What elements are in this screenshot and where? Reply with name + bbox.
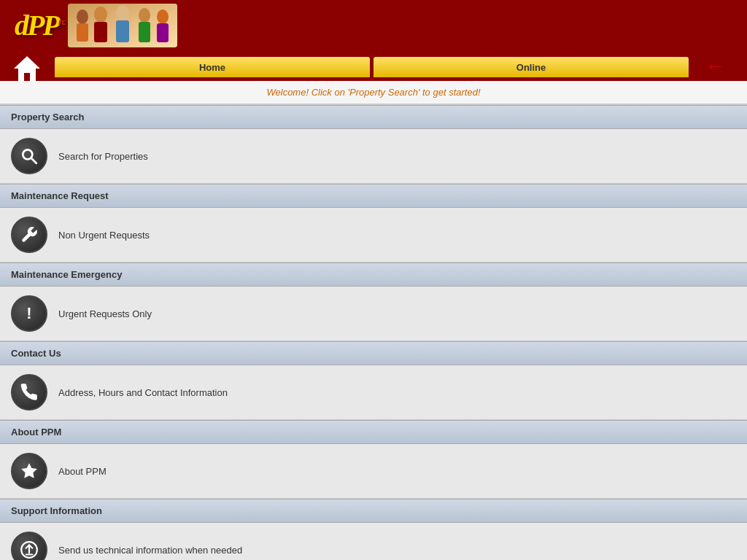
about-ppm-header: About PPM: [0, 420, 747, 444]
header: dPPinc.: [0, 0, 747, 51]
phone-icon: [20, 383, 39, 402]
svg-point-3: [94, 7, 107, 23]
svg-line-13: [31, 158, 36, 163]
non-urgent-requests-item[interactable]: Non Urgent Requests: [0, 208, 747, 262]
svg-point-7: [139, 8, 150, 23]
home-icon[interactable]: [11, 52, 43, 85]
svg-rect-2: [77, 23, 88, 42]
svg-rect-4: [94, 22, 107, 42]
maintenance-emergency-header: Maintenance Emergency: [0, 262, 747, 287]
logo-people-image: [68, 4, 177, 47]
urgent-requests-label: Urgent Requests Only: [58, 308, 152, 319]
maintenance-request-header: Maintenance Request: [0, 184, 747, 208]
about-ppm-section: About PPM About PPM: [0, 420, 747, 499]
svg-marker-11: [14, 56, 40, 82]
about-ppm-label: About PPM: [58, 466, 107, 477]
search-properties-label: Search for Properties: [58, 151, 148, 162]
contact-us-header: Contact Us: [0, 341, 747, 365]
contact-us-section: Contact Us Address, Hours and Contact In…: [0, 341, 747, 420]
logo-text: dPPinc.: [15, 11, 64, 40]
welcome-message: Welcome! Click on 'Property Search' to g…: [266, 87, 480, 98]
svg-point-1: [77, 9, 88, 24]
non-urgent-requests-label: Non Urgent Requests: [58, 230, 150, 241]
property-search-header: Property Search: [0, 105, 747, 129]
search-icon: [20, 147, 39, 166]
about-ppm-item[interactable]: About PPM: [0, 444, 747, 499]
maintenance-emergency-section: Maintenance Emergency ! Urgent Requests …: [0, 262, 747, 341]
support-info-label: Send us technical information when neede…: [58, 545, 242, 556]
support-info-item[interactable]: Send us technical information when neede…: [0, 523, 747, 560]
wrench-icon: [20, 225, 39, 244]
people-svg: [68, 4, 177, 47]
svg-point-9: [157, 9, 169, 24]
svg-point-5: [116, 5, 129, 21]
support-information-header: Support Information: [0, 499, 747, 523]
welcome-bar: Welcome! Click on 'Property Search' to g…: [0, 81, 747, 105]
contact-info-item[interactable]: Address, Hours and Contact Information: [0, 365, 747, 420]
logo-area: dPPinc.: [7, 0, 185, 51]
svg-rect-8: [139, 22, 150, 42]
search-for-properties-item[interactable]: Search for Properties: [0, 129, 747, 184]
exclamation-icon-circle: !: [11, 295, 47, 332]
online-nav-button[interactable]: Online: [374, 57, 689, 77]
property-search-section: Property Search Search for Properties: [0, 105, 747, 184]
logo-ppm: dPP: [15, 9, 58, 42]
main-content: Property Search Search for Properties Ma…: [0, 105, 747, 560]
support-information-section: Support Information Send us technical in…: [0, 499, 747, 560]
home-nav-button[interactable]: Home: [55, 57, 370, 77]
svg-rect-6: [116, 20, 129, 42]
home-icon-container[interactable]: [11, 52, 43, 88]
maintenance-request-section: Maintenance Request Non Urgent Requests: [0, 184, 747, 262]
navbar: Home Online ←: [0, 51, 747, 81]
exclamation-icon: !: [26, 304, 31, 323]
search-icon-circle: [11, 138, 47, 174]
contact-info-label: Address, Hours and Contact Information: [58, 387, 228, 398]
back-arrow-icon[interactable]: ←: [705, 55, 725, 78]
star-icon: [20, 462, 39, 481]
logo-inc: inc.: [58, 16, 64, 27]
svg-rect-10: [157, 23, 169, 42]
star-icon-circle: [11, 453, 47, 489]
phone-icon-circle: [11, 374, 47, 411]
urgent-requests-item[interactable]: ! Urgent Requests Only: [0, 287, 747, 341]
upload-icon-circle: [11, 532, 47, 560]
wrench-icon-circle: [11, 217, 47, 253]
svg-marker-14: [21, 463, 37, 478]
upload-icon: [20, 540, 39, 559]
